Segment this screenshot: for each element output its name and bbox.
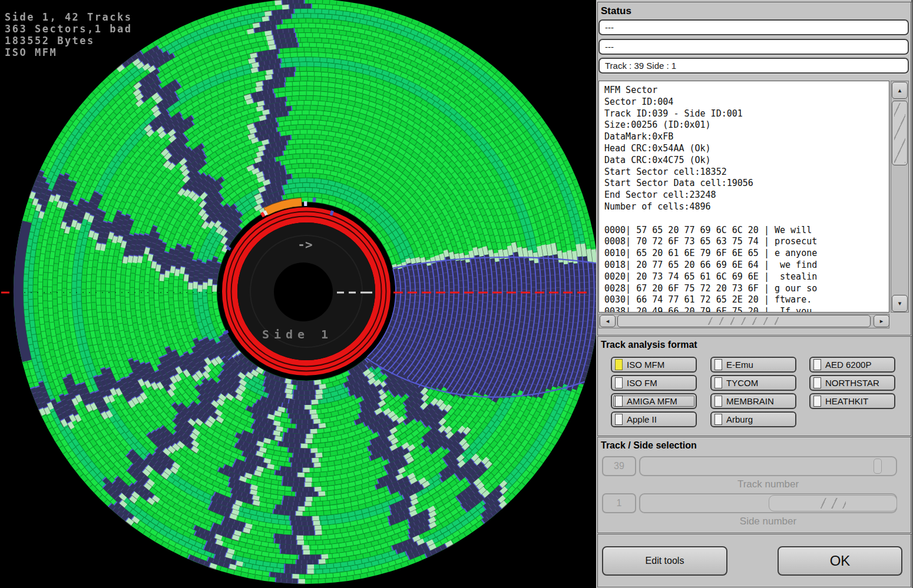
format-checkbox-membrain[interactable]: MEMBRAIN: [710, 393, 796, 409]
format-checkbox-northstar[interactable]: NORTHSTAR: [809, 375, 895, 391]
scroll-left-icon: ◂: [606, 317, 610, 325]
scroll-up-button[interactable]: ▴: [892, 82, 908, 99]
thumb-grip-icon: [894, 103, 905, 163]
format-checkbox-label: TYCOM: [726, 378, 758, 388]
format-checkbox-label: AED 6200P: [825, 360, 871, 370]
format-checkbox-iso-mfm[interactable]: ISO MFM: [611, 357, 697, 373]
horizontal-scrollbar[interactable]: ◂ ▸: [598, 314, 889, 328]
track-analysis-group: Track analysis format ISO MFMISO FMAMIGA…: [597, 336, 911, 436]
format-checkbox-label: E-Emu: [726, 360, 753, 370]
format-checkbox-label: ISO MFM: [627, 360, 664, 370]
checkbox-indicator-icon: [615, 396, 623, 407]
format-checkbox-label: Apple II: [627, 414, 657, 424]
format-checkbox-apple-ii[interactable]: Apple II: [611, 411, 697, 427]
track-number-label: Track number: [639, 479, 897, 490]
edit-tools-button[interactable]: Edit tools: [602, 546, 727, 576]
track-side-title: Track / Side selection: [601, 440, 697, 451]
format-checkbox-label: MEMBRAIN: [726, 396, 774, 406]
track-analyzer-window: Side 1, 42 Tracks 363 Sectors,1 bad 1835…: [0, 0, 913, 588]
track-analysis-title: Track analysis format: [601, 340, 697, 350]
sector-detail-view[interactable]: MFM Sector Sector ID:004 Track ID:039 - …: [598, 81, 889, 313]
hub-side-label: Side 1: [239, 327, 356, 341]
ok-button[interactable]: OK: [778, 546, 902, 576]
track-number-slider[interactable]: [639, 456, 897, 476]
analysis-panel: Status --- --- Track : 39 Side : 1 MFM S…: [596, 0, 913, 588]
scroll-down-button[interactable]: ▾: [892, 295, 908, 312]
checkbox-indicator-icon: [813, 396, 821, 407]
checkbox-indicator-icon: [813, 377, 821, 388]
format-checkbox-label: Arburg: [726, 414, 753, 424]
thumb-grip-icon: [706, 317, 782, 325]
format-checkbox-label: ISO FM: [627, 378, 657, 388]
disk-info-text: Side 1, 42 Tracks 363 Sectors,1 bad 1835…: [5, 11, 133, 58]
checkbox-indicator-icon: [615, 359, 623, 370]
disk-sector-map[interactable]: [0, 0, 596, 588]
format-checkbox-e-emu[interactable]: E-Emu: [710, 357, 796, 373]
track-side-status-field[interactable]: Track : 39 Side : 1: [598, 58, 909, 74]
checkbox-indicator-icon: [714, 414, 722, 425]
scroll-right-button[interactable]: ▸: [874, 315, 889, 327]
scroll-right-icon: ▸: [880, 317, 884, 325]
format-checkbox-amiga-mfm[interactable]: AMIGA MFM: [611, 393, 697, 409]
side-number-value[interactable]: 1: [602, 493, 636, 513]
vertical-scroll-thumb[interactable]: [892, 101, 908, 165]
scroll-left-button[interactable]: ◂: [600, 315, 616, 327]
format-checkbox-heathkit[interactable]: HEATHKIT: [809, 393, 895, 409]
rotation-arrow: ->: [282, 238, 329, 252]
format-checkbox-arburg[interactable]: Arburg: [710, 411, 796, 427]
status-group-title: Status: [601, 5, 631, 17]
track-slider-thumb[interactable]: [874, 459, 882, 474]
side-slider-thumb[interactable]: [769, 495, 897, 511]
scroll-up-icon: ▴: [898, 87, 902, 94]
horizontal-scroll-thumb[interactable]: [617, 315, 871, 327]
side-number-label: Side number: [639, 516, 897, 527]
status-field-2[interactable]: ---: [598, 39, 909, 55]
format-checkbox-label: HEATHKIT: [825, 396, 868, 406]
track-number-value[interactable]: 39: [602, 456, 636, 476]
thumb-grip-icon: [820, 498, 845, 509]
format-checkbox-iso-fm[interactable]: ISO FM: [611, 375, 697, 391]
status-field-1[interactable]: ---: [598, 19, 909, 35]
scroll-down-icon: ▾: [898, 300, 902, 307]
checkbox-indicator-icon: [615, 414, 623, 425]
format-checkbox-tycom[interactable]: TYCOM: [710, 375, 796, 391]
format-checkbox-label: NORTHSTAR: [825, 378, 879, 388]
format-checkbox-aed-6200p[interactable]: AED 6200P: [809, 357, 895, 373]
checkbox-indicator-icon: [714, 396, 722, 407]
vertical-scrollbar[interactable]: ▴ ▾: [891, 81, 909, 313]
format-checkbox-label: AMIGA MFM: [627, 396, 677, 406]
checkbox-indicator-icon: [615, 377, 623, 388]
sector-detail-text: MFM Sector Sector ID:004 Track ID:039 - …: [599, 81, 889, 313]
checkbox-indicator-icon: [813, 359, 821, 370]
checkbox-indicator-icon: [714, 377, 722, 388]
checkbox-indicator-icon: [714, 359, 722, 370]
